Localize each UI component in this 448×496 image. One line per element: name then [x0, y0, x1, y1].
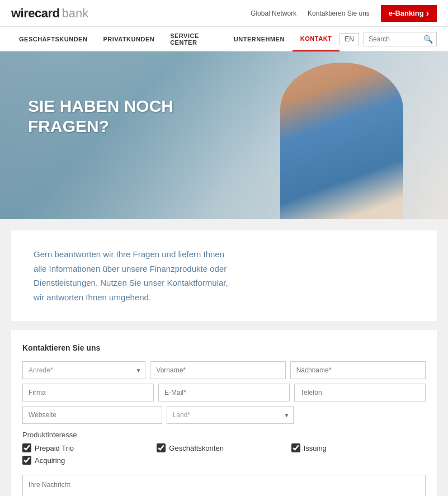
- checkbox-row-1: Prepaid Trio Geschäftskonten Issuing: [22, 443, 426, 452]
- nachricht-textarea[interactable]: [22, 475, 426, 496]
- land-select[interactable]: Land*: [167, 406, 294, 424]
- logo-bank: bank: [62, 6, 89, 21]
- lang-button[interactable]: EN: [339, 33, 359, 45]
- ebanking-button[interactable]: e-Banking: [381, 5, 437, 22]
- checkbox-row-2: Acquiring: [22, 456, 426, 465]
- intro-section: Gern beantworten wir Ihre Fragen und lie…: [11, 230, 437, 321]
- nachname-input[interactable]: [290, 361, 426, 379]
- logo-wirecard: wirecard: [11, 6, 60, 21]
- global-network-link[interactable]: Global Network: [251, 10, 296, 17]
- checkbox-issuing-input[interactable]: [291, 443, 300, 452]
- nav-bar: GESCHÄFTSKUNDEN PRIVATKUNDEN SERVICE CEN…: [0, 27, 448, 51]
- search-box: 🔍: [364, 32, 437, 46]
- hero-person-image: [280, 63, 403, 219]
- hero-banner: SIE HABEN NOCH FRAGEN?: [0, 51, 448, 219]
- logo: wirecard bank: [11, 6, 88, 21]
- form-row-2: [22, 384, 426, 401]
- top-right-links: Global Network Kontaktieren Sie uns e-Ba…: [251, 5, 437, 22]
- search-icon[interactable]: 🔍: [420, 32, 436, 46]
- intro-paragraph: Gern beantworten wir Ihre Fragen und lie…: [34, 247, 235, 304]
- contact-form-section: Kontaktieren Sie uns Anrede*: [11, 330, 437, 496]
- form-row-3: Land*: [22, 406, 426, 424]
- hero-title-line2: FRAGEN?: [28, 116, 173, 136]
- nav-item-unternehmen[interactable]: UNTERNEHMEN: [226, 27, 293, 51]
- checkbox-spacer: [157, 456, 426, 465]
- hero-title-line1: SIE HABEN NOCH: [28, 96, 173, 116]
- nav-item-service-center[interactable]: SERVICE CENTER: [162, 27, 226, 51]
- land-wrapper: Land*: [167, 406, 294, 424]
- kontaktieren-link[interactable]: Kontaktieren Sie uns: [308, 10, 370, 17]
- search-input[interactable]: [364, 33, 420, 45]
- checkbox-issuing-label: Issuing: [304, 444, 327, 452]
- vorname-input[interactable]: [150, 361, 285, 379]
- form-title: Kontaktieren Sie uns: [22, 343, 426, 352]
- checkbox-acquiring-input[interactable]: [22, 456, 31, 465]
- content-area: Gern beantworten wir Ihre Fragen und lie…: [0, 219, 448, 496]
- produktinteresse-label: Produktinteresse: [22, 431, 426, 439]
- checkbox-geschaeftskonten-input[interactable]: [157, 443, 166, 452]
- hero-text: SIE HABEN NOCH FRAGEN?: [28, 96, 173, 136]
- checkbox-acquiring[interactable]: Acquiring: [22, 456, 157, 465]
- nav-item-kontakt[interactable]: KONTAKT: [293, 27, 339, 51]
- page-wrapper: wirecard bank Global Network Kontaktiere…: [0, 0, 448, 496]
- checkbox-prepaid-trio[interactable]: Prepaid Trio: [22, 443, 157, 452]
- checkbox-prepaid-trio-input[interactable]: [22, 443, 31, 452]
- nav-item-geschaeftskunden[interactable]: GESCHÄFTSKUNDEN: [11, 27, 95, 51]
- email-input[interactable]: [158, 384, 290, 401]
- firma-input[interactable]: [22, 384, 154, 401]
- nav-item-privatkunden[interactable]: PRIVATKUNDEN: [95, 27, 162, 51]
- anrede-select[interactable]: Anrede*: [22, 361, 145, 379]
- top-bar: wirecard bank Global Network Kontaktiere…: [0, 0, 448, 27]
- checkbox-acquiring-label: Acquiring: [35, 456, 65, 465]
- nav-items: GESCHÄFTSKUNDEN PRIVATKUNDEN SERVICE CEN…: [11, 27, 339, 51]
- nav-right: EN 🔍: [339, 32, 437, 46]
- spacer: [298, 406, 426, 424]
- webseite-input[interactable]: [22, 406, 162, 424]
- checkbox-geschaeftskonten-label: Geschäftskonten: [169, 444, 224, 452]
- telefon-input[interactable]: [294, 384, 426, 401]
- form-row-1: Anrede*: [22, 361, 426, 379]
- checkbox-geschaeftskonten[interactable]: Geschäftskonten: [157, 443, 291, 452]
- checkbox-issuing[interactable]: Issuing: [291, 443, 426, 452]
- anrede-wrapper: Anrede*: [22, 361, 145, 379]
- checkbox-prepaid-trio-label: Prepaid Trio: [35, 444, 74, 452]
